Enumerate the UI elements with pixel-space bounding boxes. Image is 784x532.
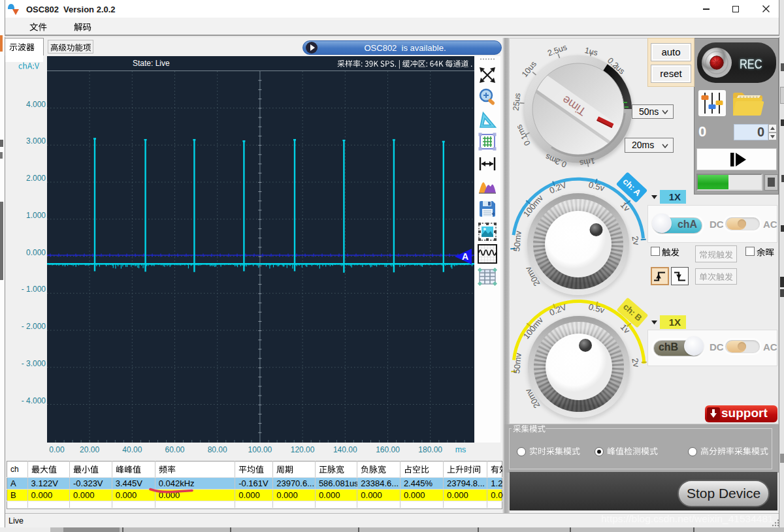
svg-text:A: A <box>462 251 468 262</box>
